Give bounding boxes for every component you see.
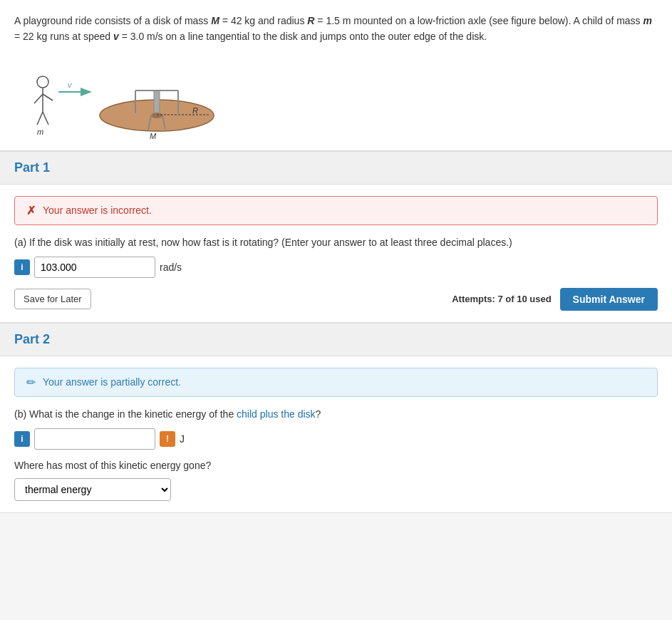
part1-header: Part 1 bbox=[0, 151, 672, 185]
where-question-text: Where has most of this kinetic energy go… bbox=[14, 460, 658, 471]
part2-info-button[interactable]: i bbox=[14, 431, 30, 447]
svg-text:m: m bbox=[37, 128, 43, 136]
svg-text:v: v bbox=[68, 81, 73, 89]
save-for-later-button[interactable]: Save for Later bbox=[14, 289, 91, 309]
incorrect-alert: ✗ Your answer is incorrect. bbox=[14, 196, 658, 225]
m-value: 22 kg bbox=[23, 31, 47, 42]
svg-rect-10 bbox=[154, 91, 160, 115]
svg-text:R: R bbox=[192, 106, 198, 115]
R-value: 1.5 m bbox=[326, 15, 351, 26]
svg-line-5 bbox=[43, 112, 48, 125]
part1-info-button[interactable]: i bbox=[14, 259, 30, 275]
v-value: 3.0 m/s bbox=[130, 31, 163, 42]
part2-input-row: i ! J bbox=[14, 428, 658, 450]
part2-unit-label: J bbox=[180, 433, 185, 445]
problem-figure: m v bbox=[14, 55, 658, 140]
svg-line-2 bbox=[34, 94, 43, 103]
part1-answer-input[interactable] bbox=[34, 257, 155, 278]
x-icon: ✗ bbox=[26, 204, 36, 217]
v-label: v bbox=[113, 31, 119, 42]
part1-content: ✗ Your answer is incorrect. (a) If the d… bbox=[0, 185, 672, 323]
question-b-text: (b) What is the change in the kinetic en… bbox=[14, 408, 658, 420]
question-b-highlight: child plus the disk bbox=[237, 408, 316, 420]
ride-figure-svg: m v bbox=[14, 55, 242, 140]
part2-header: Part 2 bbox=[0, 323, 672, 356]
svg-point-11 bbox=[151, 113, 162, 118]
m-label: m bbox=[643, 15, 652, 26]
question-b-end: ? bbox=[316, 408, 321, 420]
energy-destination-dropdown[interactable]: thermal energy sound energy gravitationa… bbox=[14, 478, 171, 501]
problem-statement: A playground ride consists of a disk of … bbox=[14, 13, 658, 45]
M-label: M bbox=[211, 15, 219, 26]
part2-title: Part 2 bbox=[14, 332, 50, 346]
svg-line-3 bbox=[43, 94, 53, 100]
M-value: 42 kg bbox=[231, 15, 255, 26]
part1-action-row: Save for Later Attempts: 7 of 10 used Su… bbox=[14, 288, 658, 311]
partial-alert: ✏ Your answer is partially correct. bbox=[14, 368, 658, 397]
problem-section: A playground ride consists of a disk of … bbox=[0, 0, 672, 151]
part1-title: Part 1 bbox=[14, 160, 50, 175]
svg-line-4 bbox=[37, 112, 43, 125]
part2-answer-input[interactable] bbox=[34, 428, 155, 450]
submit-answer-button[interactable]: Submit Answer bbox=[560, 288, 658, 311]
pencil-icon: ✏ bbox=[26, 376, 36, 389]
question-b-prefix: (b) What is the change in the kinetic en… bbox=[14, 408, 234, 420]
R-label: R bbox=[307, 15, 314, 26]
attempts-text: Attempts: 7 of 10 used bbox=[452, 294, 551, 304]
partial-alert-text: Your answer is partially correct. bbox=[43, 376, 181, 388]
part1-unit-label: rad/s bbox=[160, 262, 182, 273]
part2-warning-button[interactable]: ! bbox=[160, 431, 175, 447]
part2-content: ✏ Your answer is partially correct. (b) … bbox=[0, 356, 672, 513]
incorrect-alert-text: Your answer is incorrect. bbox=[43, 205, 152, 216]
svg-point-0 bbox=[37, 76, 48, 88]
page-wrapper: A playground ride consists of a disk of … bbox=[0, 0, 672, 513]
question-a-text: (a) If the disk was initially at rest, n… bbox=[14, 237, 658, 248]
svg-text:M: M bbox=[150, 132, 157, 140]
part1-input-row: i rad/s bbox=[14, 257, 658, 278]
right-actions: Attempts: 7 of 10 used Submit Answer bbox=[452, 288, 658, 311]
